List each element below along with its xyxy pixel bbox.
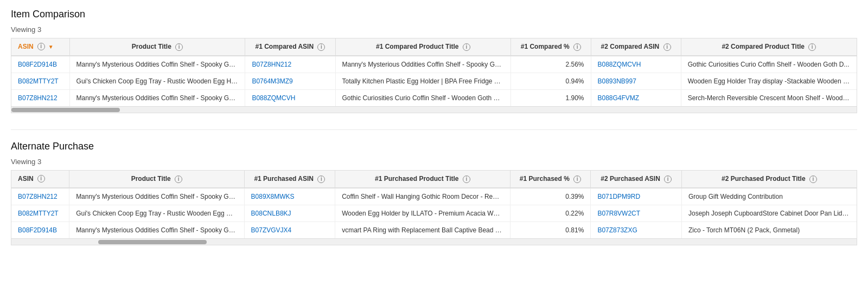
p1-title-cell: vcmart PA Ring with Replacement Ball Cap…: [335, 222, 510, 238]
p1-title-cell: Coffin Shelf - Wall Hanging Gothic Room …: [335, 188, 510, 205]
col-p1-title: #1 Purchased Product Title i: [335, 171, 510, 188]
col-p2-title: #2 Purchased Product Title i: [682, 171, 857, 188]
item-comparison-scrollbar[interactable]: [11, 106, 857, 113]
p1-pct-cell: 0.39%: [510, 188, 591, 205]
alternate-purchase-scrollbar-thumb[interactable]: [98, 240, 207, 244]
p1-pct-cell: 0.81%: [510, 222, 591, 238]
table-row: B082MTTY2T Gui's Chicken Coop Egg Tray -…: [11, 73, 857, 89]
product-title-info-icon[interactable]: i: [175, 43, 183, 51]
c1-asin-cell[interactable]: B088ZQMCVH: [245, 89, 335, 106]
alternate-purchase-scrollbar[interactable]: [11, 238, 857, 245]
p2-title-cell: Zico - Torch MT06N (2 Pack, Gnmetal): [682, 222, 857, 238]
ap-asin-info-icon[interactable]: i: [37, 175, 45, 183]
asin-cell[interactable]: B08F2D914B: [11, 222, 69, 238]
c1-pct-cell: 1.90%: [511, 89, 591, 106]
col-ap-product-title: Product Title i: [69, 171, 244, 188]
c2-asin-cell[interactable]: B0893NB997: [591, 73, 681, 89]
table-row: B08F2D914B Manny's Mysterious Oddities C…: [11, 56, 857, 73]
p2-asin-cell[interactable]: B071DPM9RD: [591, 188, 682, 205]
col-c2-title: #2 Compared Product Title i: [681, 38, 857, 56]
alternate-purchase-header-row: ASIN i Product Title i #1 Purchased ASIN…: [11, 171, 857, 188]
c2-asin-info-icon[interactable]: i: [663, 43, 671, 51]
col-p1-asin: #1 Purchased ASIN i: [244, 171, 335, 188]
col-ap-asin: ASIN i: [11, 171, 69, 188]
c1-title-cell: Totally Kitchen Plastic Egg Holder | BPA…: [335, 73, 511, 89]
alternate-purchase-title: Alternate Purchase: [11, 141, 857, 152]
alternate-purchase-table-wrapper: ASIN i Product Title i #1 Purchased ASIN…: [11, 170, 857, 245]
col-p2-asin: #2 Purchased ASIN i: [591, 171, 682, 188]
col-product-title: Product Title i: [69, 38, 245, 56]
product-title-cell: Gui's Chicken Coop Egg Tray - Rustic Woo…: [69, 205, 244, 222]
item-comparison-header-row: ASIN i ▼ Product Title i #1 Compared ASI…: [11, 38, 857, 56]
c2-asin-cell[interactable]: B088ZQMCVH: [591, 56, 681, 73]
product-title-cell: Manny's Mysterious Oddities Coffin Shelf…: [69, 89, 245, 106]
asin-cell[interactable]: B082MTTY2T: [11, 73, 69, 89]
c1-asin-cell[interactable]: B07Z8HN212: [245, 56, 335, 73]
ap-asin-label: ASIN: [18, 175, 34, 183]
alternate-purchase-section: Alternate Purchase Viewing 3 ASIN i Prod…: [11, 141, 857, 245]
col-asin[interactable]: ASIN i ▼: [11, 38, 69, 56]
c2-title-cell: Wooden Egg Holder Tray display -Stackabl…: [681, 73, 857, 89]
p2-title-cell: Group Gift Wedding Contribution: [682, 188, 857, 205]
item-comparison-section: Item Comparison Viewing 3 ASIN i ▼ Produ…: [11, 9, 857, 113]
p2-asin-info-icon[interactable]: i: [664, 175, 672, 183]
p1-title-info-icon[interactable]: i: [463, 175, 470, 183]
c1-title-cell: Manny's Mysterious Oddities Coffin Shelf…: [335, 56, 511, 73]
ap-product-title-info-icon[interactable]: i: [175, 175, 182, 183]
p2-title-cell: Joseph Joseph CupboardStore Cabinet Door…: [682, 205, 857, 222]
p2-asin-cell[interactable]: B07Z873ZXG: [591, 222, 682, 238]
asin-cell[interactable]: B07Z8HN212: [11, 89, 69, 106]
item-comparison-viewing: Viewing 3: [11, 25, 857, 34]
p1-title-cell: Wooden Egg Holder by ILLATO - Premium Ac…: [335, 205, 510, 222]
section-divider: [11, 129, 857, 130]
product-title-cell: Manny's Mysterious Oddities Coffin Shelf…: [69, 56, 245, 73]
p1-asin-cell[interactable]: B08CNLB8KJ: [244, 205, 335, 222]
c1-pct-info-icon[interactable]: i: [573, 43, 581, 51]
c1-pct-cell: 2.56%: [511, 56, 591, 73]
c1-title-cell: Gothic Curiosities Curio Coffin Shelf - …: [335, 89, 511, 106]
c1-asin-cell[interactable]: B0764M3MZ9: [245, 73, 335, 89]
item-comparison-table: ASIN i ▼ Product Title i #1 Compared ASI…: [11, 38, 857, 106]
asin-sort-icon[interactable]: ▼: [48, 44, 54, 50]
col-c1-title: #1 Compared Product Title i: [335, 38, 511, 56]
asin-cell[interactable]: B08F2D914B: [11, 56, 69, 73]
item-comparison-title: Item Comparison: [11, 9, 857, 20]
col-c1-asin: #1 Compared ASIN i: [245, 38, 335, 56]
c1-pct-cell: 0.94%: [511, 73, 591, 89]
item-comparison-scrollbar-thumb[interactable]: [11, 108, 120, 112]
table-row: B07Z8HN212 Manny's Mysterious Oddities C…: [11, 89, 857, 106]
p2-title-info-icon[interactable]: i: [809, 175, 817, 183]
p1-pct-cell: 0.22%: [510, 205, 591, 222]
p1-pct-info-icon[interactable]: i: [573, 175, 581, 183]
asin-cell[interactable]: B082MTTY2T: [11, 205, 69, 222]
product-title-cell: Manny's Mysterious Oddities Coffin Shelf…: [69, 222, 244, 238]
col-p1-pct: #1 Purchased % i: [510, 171, 591, 188]
c2-title-cell: Serch-Merch Reversible Crescent Moon She…: [681, 89, 857, 106]
asin-info-icon[interactable]: i: [37, 43, 45, 50]
table-row: B07Z8HN212 Manny's Mysterious Oddities C…: [11, 188, 857, 205]
col-c2-asin: #2 Compared ASIN i: [591, 38, 681, 56]
p1-asin-cell[interactable]: B07ZVGVJX4: [244, 222, 335, 238]
p1-asin-info-icon[interactable]: i: [317, 175, 325, 183]
asin-label: ASIN: [18, 43, 34, 50]
col-c1-pct: #1 Compared % i: [511, 38, 591, 56]
table-row: B082MTTY2T Gui's Chicken Coop Egg Tray -…: [11, 205, 857, 222]
c2-title-cell: Gothic Curiosities Curio Coffin Shelf - …: [681, 56, 857, 73]
c2-asin-cell[interactable]: B088G4FVMZ: [591, 89, 681, 106]
p2-asin-cell[interactable]: B07R8VW2CT: [591, 205, 682, 222]
item-comparison-table-wrapper: ASIN i ▼ Product Title i #1 Compared ASI…: [11, 38, 857, 113]
c1-asin-info-icon[interactable]: i: [317, 43, 325, 51]
c2-title-info-icon[interactable]: i: [808, 43, 816, 51]
alternate-purchase-viewing: Viewing 3: [11, 158, 857, 166]
alternate-purchase-table: ASIN i Product Title i #1 Purchased ASIN…: [11, 171, 857, 238]
product-title-cell: Gui's Chicken Coop Egg Tray - Rustic Woo…: [69, 73, 245, 89]
product-title-cell: Manny's Mysterious Oddities Coffin Shelf…: [69, 188, 244, 205]
c1-title-info-icon[interactable]: i: [463, 43, 470, 51]
asin-cell[interactable]: B07Z8HN212: [11, 188, 69, 205]
p1-asin-cell[interactable]: B089X8MWKS: [244, 188, 335, 205]
table-row: B08F2D914B Manny's Mysterious Oddities C…: [11, 222, 857, 238]
